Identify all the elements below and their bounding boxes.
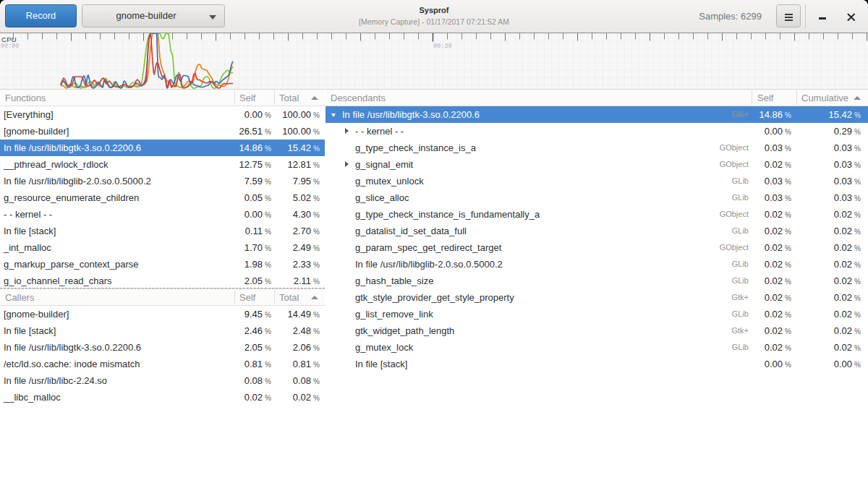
svg-text:00:30: 00:30 [433, 43, 452, 50]
svg-text:CPU: CPU [1, 35, 17, 43]
svg-text:00:00: 00:00 [1, 43, 20, 50]
